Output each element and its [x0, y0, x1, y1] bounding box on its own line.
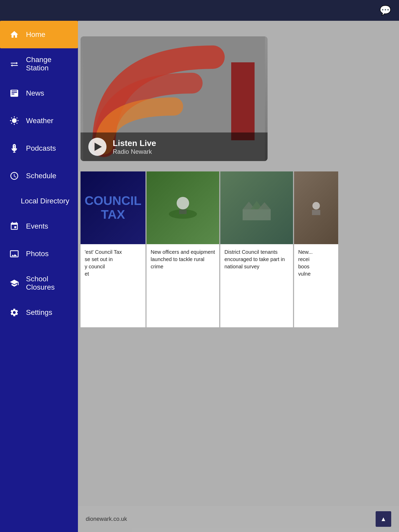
- listen-live-label: Listen Live: [113, 138, 156, 148]
- sidebar-item-change-station-label: Change Station: [26, 56, 70, 72]
- sidebar-item-photos[interactable]: Photos: [0, 240, 78, 268]
- sidebar-item-school-closures-label: School Closures: [26, 275, 70, 291]
- sidebar-item-school-closures[interactable]: School Closures: [0, 268, 78, 299]
- photos-icon: [8, 247, 21, 260]
- svg-rect-5: [243, 209, 271, 220]
- sidebar-item-news-label: News: [26, 89, 70, 97]
- news-card-council-tax[interactable]: COUNCILTAX 'est' Council Taxse set out i…: [81, 171, 145, 327]
- svg-point-9: [312, 202, 320, 210]
- sidebar-item-schedule[interactable]: Schedule: [0, 162, 78, 190]
- partial-image: [294, 171, 338, 244]
- station-name-label: Radio Newark: [113, 148, 156, 155]
- weather-icon: [8, 114, 21, 127]
- news-icon: [8, 87, 21, 100]
- sidebar: Home Change Station News: [0, 21, 78, 532]
- radio-info: Listen Live Radio Newark: [113, 138, 156, 155]
- news-card-district-council-text: District Council tenants encouraged to t…: [220, 244, 293, 327]
- district-council-image: [220, 171, 293, 244]
- sidebar-item-weather[interactable]: Weather: [0, 107, 78, 135]
- sidebar-item-weather-label: Weather: [26, 117, 70, 125]
- main-layout: Home Change Station News: [0, 21, 399, 532]
- rural-crime-image: [147, 171, 219, 244]
- sidebar-item-events[interactable]: Events: [0, 212, 78, 240]
- content-area: Listen Live Radio Newark COUNCILTAX 'est…: [78, 21, 399, 532]
- svg-rect-1: [231, 62, 255, 140]
- top-bar: 💬: [0, 0, 399, 21]
- home-icon: [8, 28, 21, 41]
- sidebar-item-podcasts-label: Podcasts: [26, 144, 70, 152]
- radio-card: Listen Live Radio Newark: [81, 36, 268, 161]
- schedule-icon: [8, 169, 21, 182]
- farm-scene-svg: [167, 192, 198, 223]
- radio-overlay: Listen Live Radio Newark: [81, 132, 268, 161]
- settings-icon: [8, 306, 21, 319]
- sidebar-item-podcasts[interactable]: Podcasts: [0, 135, 78, 162]
- sidebar-item-schedule-label: Schedule: [26, 172, 70, 180]
- sidebar-item-home-label: Home: [26, 30, 70, 39]
- change-station-icon: [8, 57, 21, 70]
- footer-url: dionewark.co.uk: [86, 516, 127, 522]
- scroll-up-button[interactable]: [376, 511, 391, 527]
- sidebar-item-local-directory-label: Local Directory: [21, 197, 70, 205]
- sidebar-item-local-directory[interactable]: Local Directory: [0, 190, 78, 212]
- sidebar-item-events-label: Events: [26, 222, 70, 230]
- partial-scene-svg: [306, 197, 327, 218]
- sidebar-item-news[interactable]: News: [0, 79, 78, 107]
- sidebar-item-settings-label: Settings: [26, 308, 70, 317]
- sidebar-item-photos-label: Photos: [26, 250, 70, 258]
- council-tax-image: COUNCILTAX: [81, 171, 145, 244]
- play-button[interactable]: [88, 138, 107, 156]
- sidebar-item-home[interactable]: Home: [0, 21, 78, 48]
- chat-icon[interactable]: 💬: [380, 5, 391, 16]
- houses-svg: [241, 192, 272, 223]
- news-card-rural-crime[interactable]: New officers and equipment launched to t…: [147, 171, 219, 327]
- news-card-partial[interactable]: New...receiboosvulne: [294, 171, 338, 327]
- sidebar-item-change-station[interactable]: Change Station: [0, 48, 78, 79]
- svg-rect-4: [179, 209, 187, 214]
- news-card-district-council[interactable]: District Council tenants encouraged to t…: [220, 171, 293, 327]
- news-card-council-tax-text: 'est' Council Taxse set out iny councile…: [81, 244, 145, 327]
- news-card-rural-crime-text: New officers and equipment launched to t…: [147, 244, 219, 327]
- news-card-partial-text: New...receiboosvulne: [294, 244, 338, 327]
- sidebar-item-settings[interactable]: Settings: [0, 299, 78, 326]
- podcasts-icon: [8, 142, 21, 155]
- school-closures-icon: [8, 277, 21, 290]
- events-icon: [8, 220, 21, 233]
- svg-rect-10: [312, 210, 320, 215]
- news-section: COUNCILTAX 'est' Council Taxse set out i…: [81, 171, 399, 327]
- footer: dionewark.co.uk: [78, 506, 399, 532]
- svg-point-3: [177, 197, 189, 209]
